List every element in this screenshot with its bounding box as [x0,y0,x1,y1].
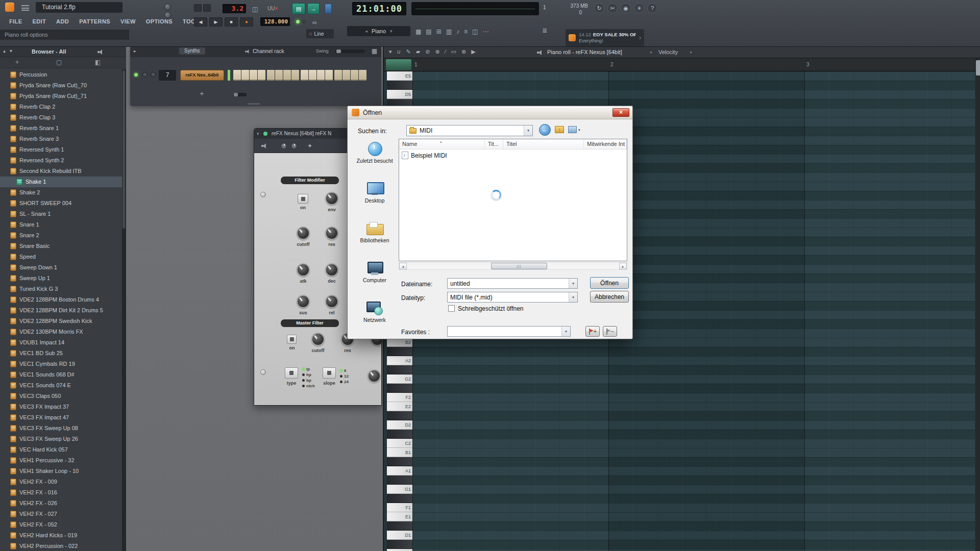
scissors-icon[interactable]: ✂ [607,3,618,13]
step-button[interactable] [275,70,283,81]
view-menu-dropdown-icon[interactable]: ▾ [578,128,580,132]
channel-pattern-length[interactable]: 7 [159,70,176,81]
hscroll-thumb[interactable] [491,263,547,269]
step-button[interactable] [325,70,333,81]
fl-logo-icon[interactable] [5,3,14,12]
browser-item[interactable]: Pryda Snare (Raw Cut)_70 [0,80,122,91]
filter-slope-option-6[interactable]: 6 [340,368,349,373]
browser-item[interactable]: Reversed Synth 1 [0,144,122,155]
browser-item[interactable]: VEC1 Sounds 074 E [0,380,122,391]
step-button[interactable] [283,70,291,81]
select-icon[interactable]: ▭ [451,49,456,55]
piano-key-D2[interactable]: D2 [387,420,412,430]
combo-dropdown-icon[interactable]: ▾ [569,279,577,288]
rack-resize-handle[interactable] [248,103,260,105]
browser-item[interactable]: VEH1 Percussive - 32 [0,455,122,466]
panel-button-2[interactable] [203,4,211,12]
filename-combobox[interactable]: untitled ▾ [447,278,578,289]
rack-zoom-slider[interactable] [233,93,247,96]
piano-key-D5[interactable]: D5 [387,90,412,99]
file-list-hscrollbar[interactable]: ◂ ▸ [399,262,627,270]
piano-roll-speaker-icon[interactable] [537,50,543,55]
plugin-menu-icon[interactable]: ▾ [257,131,259,136]
midi-activity-icon[interactable]: UU× [267,6,278,11]
piano-key-Gs1[interactable] [387,475,412,485]
piano-key-Ds5[interactable] [387,81,412,90]
piano-key-C2[interactable]: C2 [387,439,412,448]
place-bibliotheken[interactable]: Bibliotheken [353,221,397,259]
menu-file[interactable]: FILE [4,17,27,26]
link-icon[interactable]: ∞ [312,19,317,26]
piano-key-E2[interactable]: E2 [387,402,412,411]
browser-item[interactable]: Snare Basic [0,241,122,252]
menu-add[interactable]: ADD [51,17,74,26]
piano-key-D1[interactable]: D1 [387,531,412,540]
browser-item[interactable]: VDE2 130BPM Morris FX [0,327,122,337]
favorites-combobox[interactable]: ▾ [447,326,571,337]
file-row[interactable]: Beispiel MIDI [399,151,627,160]
step-button[interactable] [334,70,342,81]
touch-icon[interactable]: ◫ [472,29,478,35]
browser-item[interactable]: VEH2 FX - 016 [0,487,122,498]
channel-rack-icon[interactable]: ▤ [426,29,431,35]
mf-on-button[interactable] [287,335,297,344]
browser-item[interactable]: Reverb Clap 3 [0,112,122,123]
slice-icon[interactable]: ∕ [445,49,446,55]
up-one-level-button[interactable]: ↑ [555,126,564,133]
monitor-panel-icon[interactable]: ◫ [252,6,258,12]
channel-rack-header[interactable]: ▸ Synths Channel rack Swing ▦ [130,46,381,57]
plugin-pan-knob[interactable] [291,143,297,149]
browser-scroll-thumb[interactable] [122,70,125,229]
robot-icon[interactable]: ◉ [621,3,631,13]
browser-item[interactable]: VDUB1 Impact 14 [0,337,122,348]
swing-slider-thumb[interactable] [336,49,341,53]
browser-item[interactable]: VEH2 Hard Kicks - 019 [0,530,122,541]
step-button[interactable] [241,70,249,81]
browser-item[interactable]: Tuned Kick G 3 [0,284,122,294]
menu-view[interactable]: VIEW [115,17,141,26]
combo-dropdown-icon[interactable]: ▾ [561,327,570,336]
browser-item[interactable]: Sweep Up 1 [0,273,122,284]
midi-input-icon[interactable]: → [307,3,320,14]
plugin-speaker-icon[interactable] [261,143,267,148]
mf-cutoff-knob[interactable] [311,333,325,346]
add-channel-button[interactable]: + [200,89,204,97]
browser-item[interactable]: VEC1 Cymbals RD 19 [0,359,122,369]
filter-slope-option-12[interactable]: 12 [340,373,349,379]
browser-item[interactable]: Reverb Clap 2 [0,102,122,112]
step-button[interactable] [250,70,257,81]
piano-key-B1[interactable]: B1 [387,448,412,457]
channel-enable-led[interactable] [134,73,138,77]
rack-zoom-thumb[interactable] [234,93,238,96]
piano-key-Gs2[interactable] [387,365,412,374]
zoom-icon[interactable]: ⊕ [461,49,466,55]
step-button[interactable] [351,70,358,81]
place-netzwerk[interactable]: Netzwerk [353,301,397,339]
browser-item[interactable]: VEC1 Sounds 068 D# [0,369,122,380]
browser-item[interactable]: VEC Hard Kick 057 [0,444,122,455]
piano-roll-scroll-thumb[interactable] [976,60,980,76]
fm-atk-knob[interactable] [297,263,310,277]
browser-item[interactable]: VEH2 FX - 026 [0,498,122,509]
plugin-wrench-icon[interactable]: ✦ [307,143,312,149]
cancel-button[interactable]: Abbrechen [590,291,629,303]
piano-key-Fs2[interactable] [387,384,412,393]
add-favorite-button[interactable]: + [585,326,600,337]
menu-patterns[interactable]: PATTERNS [74,17,115,26]
scroll-right-icon[interactable]: ▸ [619,263,627,269]
step-button[interactable] [291,70,299,81]
browser-item[interactable]: Snare 2 [0,230,122,241]
rack-menu-icon[interactable]: ▸ [134,49,136,54]
previous-button[interactable]: ◀ [194,17,207,27]
add-icon[interactable]: + [15,59,19,65]
more-icon[interactable]: ⋯ [482,29,488,35]
main-pitch-knob[interactable] [164,12,171,18]
browser-item[interactable]: VDE2 128BPM Dirt Kit 2 Drums 5 [0,305,122,316]
record-button[interactable]: ● [240,17,253,27]
channel-button[interactable]: reFX Nex..64bit [180,70,224,81]
browser-item[interactable]: VEC3 FX Sweep Up 26 [0,434,122,444]
readonly-checkbox[interactable] [448,305,455,312]
piano-key-G2[interactable]: G2 [387,374,412,384]
view-mode-icon[interactable]: ◧ [95,59,101,65]
browser-item[interactable]: VDE2 128BPM Swedish Kick [0,316,122,327]
